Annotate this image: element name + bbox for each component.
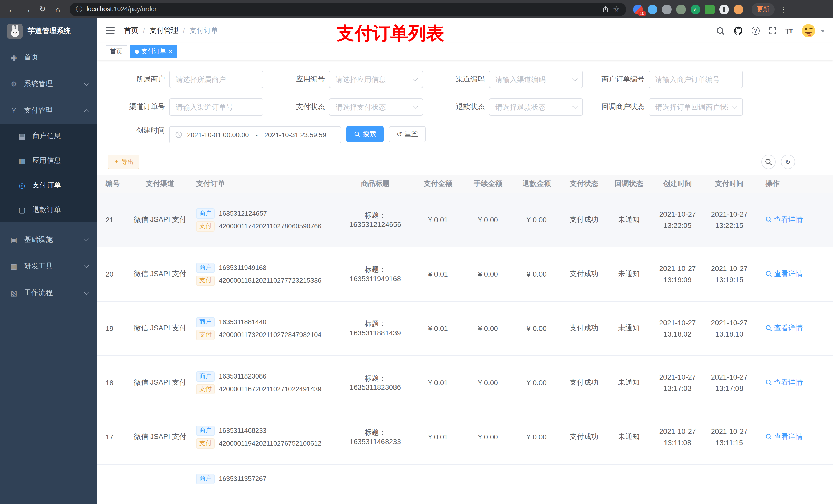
search-icon xyxy=(765,379,772,386)
reset-button[interactable]: ↺ 重置 xyxy=(389,126,426,142)
fullscreen-icon[interactable] xyxy=(768,27,777,35)
share-icon[interactable] xyxy=(602,6,609,13)
channel-pay-no: 4200001173202110272847982104 xyxy=(219,331,322,339)
sidebar-item-refund-order[interactable]: ▢ 退款订单 xyxy=(0,198,97,222)
tab-close-icon[interactable]: × xyxy=(169,48,172,55)
extension-icon-6[interactable] xyxy=(705,4,715,14)
table-header-row: 编号 支付渠道 支付订单 商品标题 支付金额 手续金额 退款金额 支付状态 回调… xyxy=(97,175,833,193)
search-button[interactable]: 搜索 xyxy=(346,126,384,142)
order-id: 20 xyxy=(97,247,128,301)
app-logo: 芋道管理系统 xyxy=(0,19,97,44)
pay-time: 2021-10-2713:17:08 xyxy=(705,356,754,410)
font-size-icon[interactable]: TT xyxy=(785,26,792,35)
merchant-order-no-input[interactable] xyxy=(648,71,743,88)
fee-amount: ¥ 0.00 xyxy=(463,301,512,356)
sidebar-item-home[interactable]: ◉ 首页 xyxy=(0,44,97,71)
pay-tag: 支付 xyxy=(196,438,215,449)
github-icon[interactable] xyxy=(733,26,743,35)
search-icon xyxy=(765,216,772,223)
app-header: 首页 / 支付管理 / 支付订单 ? xyxy=(97,19,833,43)
sidebar-item-system[interactable]: ⚙ 系统管理 xyxy=(0,71,97,97)
table-toolbar: 导出 ↻ xyxy=(97,155,833,169)
notify-status: 未通知 xyxy=(607,301,651,356)
pay-amount: ¥ 0.01 xyxy=(412,410,463,464)
view-detail-link[interactable]: 查看详情 xyxy=(765,324,803,333)
extension-icon-3[interactable] xyxy=(662,4,672,14)
browser-menu-icon[interactable]: ⋮ xyxy=(780,5,787,13)
merchant-order-no: 1635312124657 xyxy=(219,210,267,217)
extension-pin-icon[interactable] xyxy=(719,4,729,14)
pay-status: 支付成功 xyxy=(561,247,607,301)
create-time-range-picker[interactable]: 2021-10-01 00:00:00 - 2021-10-31 23:59:5… xyxy=(169,126,341,143)
clock-icon xyxy=(175,131,182,138)
channel-pay-no: 4200001174202110278060590766 xyxy=(219,222,322,230)
extension-icon-2[interactable] xyxy=(647,4,657,14)
pay-status: 支付成功 xyxy=(561,410,607,464)
sidebar-item-pay-order[interactable]: ◎ 支付订单 xyxy=(0,173,97,198)
refund-amount: ¥ 0.00 xyxy=(512,301,561,356)
browser-reload-icon[interactable]: ↻ xyxy=(36,3,49,16)
product-title: 标题：1635311949168 xyxy=(338,247,412,301)
table-row: 21 微信 JSAPI 支付 商户 1635312124657 支付 xyxy=(97,193,833,247)
toggle-search-button[interactable] xyxy=(761,155,776,169)
extension-icon-5[interactable]: ✓ xyxy=(691,4,700,14)
breadcrumb-payment[interactable]: 支付管理 xyxy=(149,26,178,35)
hamburger-icon[interactable] xyxy=(105,27,115,34)
download-icon xyxy=(113,159,119,165)
notify-status: 未通知 xyxy=(607,356,651,410)
product-title: 标题：1635312124656 xyxy=(338,193,412,247)
notify-status-select[interactable] xyxy=(648,98,743,116)
monitor-icon: ▣ xyxy=(9,236,19,244)
address-bar[interactable]: ⓘ localhost:1024/pay/order ☆ xyxy=(70,2,626,16)
tab-home[interactable]: 首页 xyxy=(105,45,127,58)
channel-order-no-input[interactable] xyxy=(169,98,263,116)
extension-icon-4[interactable] xyxy=(676,4,686,14)
export-button[interactable]: 导出 xyxy=(108,155,139,169)
merchant-select[interactable] xyxy=(169,71,263,88)
browser-forward-icon[interactable]: → xyxy=(21,3,34,16)
refresh-table-button[interactable]: ↻ xyxy=(781,155,795,169)
pay-channel: 微信 JSAPI 支付 xyxy=(128,247,192,301)
view-detail-link[interactable]: 查看详情 xyxy=(765,269,803,279)
browser-update-button[interactable]: 更新 xyxy=(752,3,775,16)
extension-icon-1[interactable]: 10 xyxy=(633,4,643,14)
help-icon[interactable]: ? xyxy=(751,27,760,35)
sidebar-item-infra[interactable]: ▣ 基础设施 xyxy=(0,226,97,253)
breadcrumb-home[interactable]: 首页 xyxy=(124,26,138,35)
merchant-tag: 商户 xyxy=(196,208,215,218)
chevron-up-icon xyxy=(84,109,89,114)
payment-submenu: ▤ 商户信息 ▦ 应用信息 ◎ 支付订单 ▢ 退款订单 xyxy=(0,124,97,222)
sidebar-item-devtools[interactable]: ▥ 研发工具 xyxy=(0,253,97,280)
sidebar-item-merchant-info[interactable]: ▤ 商户信息 xyxy=(0,124,97,148)
create-time: 2021-10-2713:18:02 xyxy=(651,301,705,356)
view-detail-link[interactable]: 查看详情 xyxy=(765,215,803,224)
avatar[interactable] xyxy=(801,23,816,39)
refund-status-select[interactable] xyxy=(489,98,583,116)
pay-tag: 支付 xyxy=(196,384,215,394)
pay-amount: ¥ 0.01 xyxy=(412,193,463,247)
app-id-select[interactable] xyxy=(329,71,423,88)
product-title: 标题：1635311823086 xyxy=(338,356,412,410)
search-icon[interactable] xyxy=(716,26,724,35)
site-info-icon[interactable]: ⓘ xyxy=(76,5,82,14)
sidebar-item-payment[interactable]: ¥ 支付管理 xyxy=(0,97,97,124)
pay-tag: 支付 xyxy=(196,275,215,286)
sidebar-item-app-info[interactable]: ▦ 应用信息 xyxy=(0,148,97,173)
filter-label: 渠道订单号 xyxy=(108,102,169,112)
bookmark-star-icon[interactable]: ☆ xyxy=(613,5,620,14)
pay-tag: 支付 xyxy=(196,330,215,340)
view-detail-link[interactable]: 查看详情 xyxy=(765,378,803,387)
sidebar-item-workflow[interactable]: ▧ 工作流程 xyxy=(0,280,97,306)
fee-amount: ¥ 0.00 xyxy=(463,193,512,247)
pay-status-select[interactable] xyxy=(329,98,423,116)
avatar-dropdown-caret-icon[interactable] xyxy=(821,29,825,32)
tab-pay-order[interactable]: 支付订单 × xyxy=(130,45,177,58)
profile-avatar-icon[interactable] xyxy=(734,4,743,14)
browser-home-icon[interactable]: ⌂ xyxy=(51,3,65,16)
view-detail-link[interactable]: 查看详情 xyxy=(765,432,803,441)
merchant-tag: 商户 xyxy=(196,371,215,381)
channel-code-select[interactable] xyxy=(489,71,583,88)
pay-amount: ¥ 0.01 xyxy=(412,356,463,410)
refresh-icon: ↻ xyxy=(785,158,791,166)
browser-back-icon[interactable]: ← xyxy=(5,3,19,16)
